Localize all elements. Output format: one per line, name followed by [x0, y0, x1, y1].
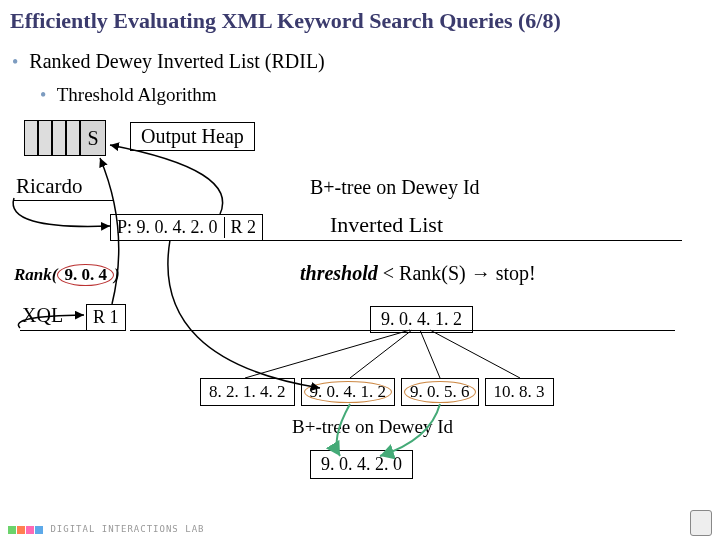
underline [14, 200, 114, 201]
rank-label: Rank( [14, 265, 57, 284]
rank-close: ) [114, 265, 120, 284]
bullet-2: • Threshold Algorithm [40, 84, 217, 106]
btree-node: 9. 0. 4. 1. 2 [301, 378, 396, 406]
stack-diagram: S [24, 120, 106, 156]
mid-value-box: 9. 0. 4. 1. 2 [370, 306, 473, 333]
footer-square-icon [8, 526, 16, 534]
bullet-1-text: Ranked Dewey Inverted List (RDIL) [29, 50, 324, 72]
footer-square-icon [35, 526, 43, 534]
bullet-2-text: Threshold Algorithm [57, 84, 217, 105]
keyword-xql: XQL [22, 304, 63, 327]
node-value: 9. 0. 4. 1. 2 [310, 382, 387, 401]
footer-square-icon [17, 526, 25, 534]
stack-cell [38, 120, 52, 156]
stack-top-label: S [87, 127, 98, 150]
svg-line-2 [420, 330, 440, 378]
inverted-list-line [232, 240, 682, 241]
footer-text: DIGITAL INTERACTIONS LAB [50, 524, 204, 534]
threshold-word: threshold [300, 262, 378, 284]
btree-node: 8. 2. 1. 4. 2 [200, 378, 295, 406]
node-value: 8. 2. 1. 4. 2 [209, 382, 286, 401]
threshold-mid: < Rank(S) [378, 262, 471, 284]
svg-line-3 [430, 330, 520, 378]
stack-cell [52, 120, 66, 156]
final-value-box: 9. 0. 4. 2. 0 [310, 450, 413, 479]
rank-expr: Rank(9. 0. 4) [14, 264, 120, 286]
svg-line-0 [245, 330, 410, 378]
r1-box: R 1 [86, 304, 126, 331]
node-value: 10. 8. 3 [494, 382, 545, 401]
slide-title: Efficiently Evaluating XML Keyword Searc… [10, 8, 561, 34]
inverted-list-label: Inverted List [330, 212, 443, 238]
stack-cell [24, 120, 38, 156]
inverted-list-line [130, 330, 675, 331]
keyword-ricardo: Ricardo [16, 174, 82, 199]
node-value: 9. 0. 5. 6 [410, 382, 470, 401]
threshold-text: threshold < Rank(S) → stop! [300, 262, 536, 285]
p-box-prefix: P: 9. 0. 4. 2. 0 [117, 217, 218, 238]
btree-node: 9. 0. 5. 6 [401, 378, 479, 406]
btree-label-1: B+-tree on Dewey Id [310, 176, 480, 199]
stack-cell [66, 120, 80, 156]
bullet-dot-icon: • [12, 52, 18, 72]
footer-square-icon [26, 526, 34, 534]
footer-crest-icon [690, 510, 712, 536]
threshold-stop: stop! [491, 262, 536, 284]
bullet-dot-icon: • [40, 85, 46, 105]
btree-nodes: 8. 2. 1. 4. 2 9. 0. 4. 1. 2 9. 0. 5. 6 1… [200, 378, 554, 406]
slide: Efficiently Evaluating XML Keyword Searc… [0, 0, 720, 540]
stack-top: S [80, 120, 106, 156]
svg-line-1 [350, 330, 412, 378]
btree-label-2: B+-tree on Dewey Id [292, 416, 453, 438]
btree-node: 10. 8. 3 [485, 378, 554, 406]
output-heap-box: Output Heap [130, 122, 255, 151]
p-box-tag: R 2 [224, 217, 257, 238]
arrow-icon: → [471, 262, 491, 284]
rank-value: 9. 0. 4 [57, 264, 114, 286]
p-box: P: 9. 0. 4. 2. 0 R 2 [110, 214, 263, 241]
bullet-1: • Ranked Dewey Inverted List (RDIL) [12, 50, 325, 73]
footer-lab: DIGITAL INTERACTIONS LAB [8, 524, 204, 534]
